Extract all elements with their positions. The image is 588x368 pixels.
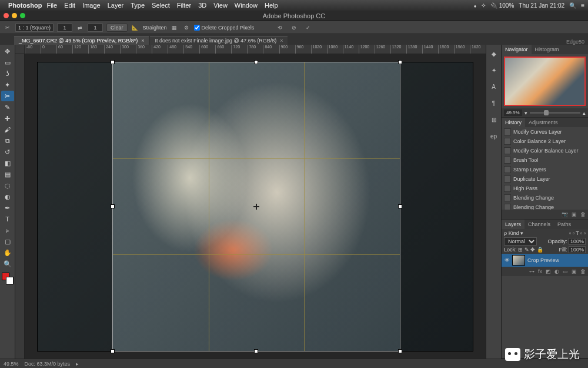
- window-minimize-button[interactable]: [12, 13, 17, 18]
- layers-tab[interactable]: Layers: [502, 220, 524, 229]
- window-zoom-button[interactable]: [20, 13, 25, 18]
- color-swatches[interactable]: [1, 272, 14, 285]
- group-icon[interactable]: ▭: [563, 268, 568, 274]
- history-state-row[interactable]: High Pass: [502, 184, 588, 193]
- eyedropper-tool[interactable]: ✎: [1, 102, 14, 112]
- crop-handle[interactable]: [111, 204, 115, 208]
- layer-thumbnail[interactable]: [512, 255, 525, 266]
- new-state-icon[interactable]: ▣: [572, 211, 577, 217]
- zoom-level[interactable]: 49.5%: [4, 361, 19, 367]
- ruler-origin[interactable]: [15, 45, 25, 54]
- notification-center-icon[interactable]: ≡: [581, 2, 584, 9]
- menu-file[interactable]: File: [46, 2, 57, 9]
- dropbox-icon[interactable]: ⬧: [473, 2, 477, 9]
- crop-tool[interactable]: ✂: [1, 91, 14, 101]
- zoom-tool[interactable]: 🔍: [1, 258, 14, 269]
- menu-filter[interactable]: Filter: [177, 2, 191, 9]
- panel-icon[interactable]: ep: [489, 131, 499, 141]
- navigator-thumbnail[interactable]: [504, 57, 586, 106]
- histogram-tab[interactable]: Histogram: [532, 45, 563, 54]
- history-state-row[interactable]: Blending Change: [502, 193, 588, 203]
- horizontal-ruler[interactable]: -600601201802403003604204805406006607207…: [25, 45, 486, 54]
- crop-options-icon[interactable]: ⚙: [182, 24, 191, 32]
- menu-3d[interactable]: 3D: [198, 2, 206, 9]
- crop-width-field[interactable]: 1: [57, 24, 72, 32]
- crop-handle[interactable]: [398, 204, 402, 208]
- battery-status[interactable]: 🔌 100%: [490, 2, 514, 9]
- zoom-out-icon[interactable]: ▾: [524, 110, 527, 116]
- crop-height-field[interactable]: 1: [88, 24, 103, 32]
- zoom-slider[interactable]: [530, 112, 580, 114]
- navigator-tab[interactable]: Navigator: [502, 45, 532, 54]
- panel-icon[interactable]: ⊞: [489, 114, 499, 125]
- history-brush-tool[interactable]: ↺: [1, 147, 14, 157]
- reset-crop-icon[interactable]: ⊘: [290, 24, 298, 32]
- app-name[interactable]: Photoshop: [8, 2, 42, 9]
- healing-brush-tool[interactable]: ✚: [1, 113, 14, 124]
- menu-image[interactable]: Image: [82, 2, 101, 9]
- history-state-row[interactable]: Blending Change: [502, 203, 588, 210]
- clear-button[interactable]: Clear: [106, 24, 128, 32]
- new-layer-icon[interactable]: ▣: [572, 268, 577, 274]
- menu-help[interactable]: Help: [265, 2, 278, 9]
- history-state-row[interactable]: Modify Curves Layer: [502, 127, 588, 137]
- magic-wand-tool[interactable]: ✦: [1, 79, 14, 90]
- close-tab-icon[interactable]: ×: [141, 38, 144, 44]
- dodge-tool[interactable]: ◐: [1, 191, 14, 202]
- crop-tool-icon[interactable]: ✂: [4, 24, 12, 32]
- type-tool[interactable]: T: [1, 214, 14, 224]
- history-tab[interactable]: History: [502, 118, 525, 127]
- commit-crop-icon[interactable]: ✓: [304, 24, 312, 32]
- history-state-row[interactable]: Modify Color Balance Layer: [502, 146, 588, 155]
- spotlight-icon[interactable]: 🔍: [569, 2, 576, 9]
- panel-icon[interactable]: ✦: [489, 65, 499, 75]
- close-tab-icon[interactable]: ×: [280, 38, 283, 44]
- blend-mode-dropdown[interactable]: Normal: [504, 237, 537, 246]
- layer-row[interactable]: 👁 Crop Preview: [502, 254, 588, 267]
- lasso-tool[interactable]: ʖ: [1, 68, 14, 79]
- layer-name[interactable]: Crop Preview: [527, 257, 559, 263]
- crop-handle[interactable]: [254, 60, 258, 64]
- layer-style-icon[interactable]: fx: [538, 268, 542, 274]
- adjustment-layer-icon[interactable]: ◐: [554, 268, 559, 274]
- lock-icons[interactable]: ⊞ ✎ ✥ 🔒: [518, 247, 543, 253]
- window-close-button[interactable]: [4, 13, 9, 18]
- crop-box[interactable]: [113, 62, 400, 351]
- path-selection-tool[interactable]: ▹: [1, 225, 14, 236]
- crop-handle[interactable]: [111, 349, 115, 353]
- paths-tab[interactable]: Paths: [554, 220, 574, 229]
- document-image[interactable]: [38, 62, 473, 351]
- panel-icon[interactable]: ◆: [489, 48, 499, 59]
- menu-window[interactable]: Window: [235, 2, 258, 9]
- zoom-value[interactable]: 49.5%: [504, 110, 522, 116]
- history-state-row[interactable]: Stamp Layers: [502, 165, 588, 174]
- wifi-icon[interactable]: ⟡: [482, 2, 486, 9]
- brush-tool[interactable]: 🖌: [1, 124, 14, 135]
- menu-layer[interactable]: Layer: [108, 2, 124, 9]
- menu-view[interactable]: View: [213, 2, 228, 9]
- crop-handle[interactable]: [398, 349, 402, 353]
- delete-layer-icon[interactable]: 🗑: [580, 268, 586, 274]
- menu-edit[interactable]: Edit: [64, 2, 75, 9]
- panel-icon[interactable]: ¶: [489, 98, 499, 108]
- delete-cropped-checkbox[interactable]: Delete Cropped Pixels: [194, 25, 255, 31]
- fill-field[interactable]: 100%: [569, 246, 586, 253]
- straighten-icon[interactable]: 📐: [131, 24, 139, 32]
- hand-tool[interactable]: ✋: [1, 247, 14, 258]
- snapshot-icon[interactable]: 📷: [562, 211, 568, 217]
- visibility-toggle-icon[interactable]: 👁: [504, 257, 510, 263]
- layer-mask-icon[interactable]: ◩: [546, 268, 551, 274]
- channels-tab[interactable]: Channels: [524, 220, 554, 229]
- swap-dimensions-icon[interactable]: ⇄: [76, 24, 84, 32]
- gradient-tool[interactable]: ▤: [1, 169, 14, 180]
- menu-select[interactable]: Select: [152, 2, 170, 9]
- marquee-tool[interactable]: ▭: [1, 57, 14, 68]
- crop-handle[interactable]: [111, 60, 115, 64]
- crop-handle[interactable]: [398, 60, 402, 64]
- delete-state-icon[interactable]: 🗑: [580, 211, 586, 217]
- pen-tool[interactable]: ✒: [1, 203, 14, 213]
- cancel-crop-icon[interactable]: ⟲: [276, 24, 284, 32]
- crop-handle[interactable]: [254, 349, 258, 353]
- history-state-row[interactable]: Duplicate Layer: [502, 174, 588, 184]
- move-tool[interactable]: ✥: [1, 46, 14, 57]
